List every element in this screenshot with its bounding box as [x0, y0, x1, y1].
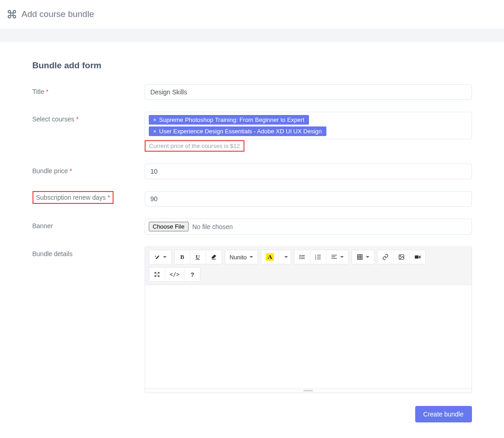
required-star: * — [108, 194, 110, 201]
svg-rect-4 — [301, 257, 305, 257]
code-view-button[interactable]: </> — [165, 268, 185, 281]
course-tag-label: User Experience Design Essentials - Adob… — [159, 128, 322, 135]
ordered-list-button[interactable]: 123 — [310, 250, 326, 264]
label-bundle-details: Bundle details — [33, 246, 145, 257]
magic-wand-button[interactable] — [149, 250, 171, 264]
label-select-courses: Select courses * — [33, 112, 145, 123]
svg-text:3: 3 — [315, 258, 316, 260]
renew-days-input[interactable] — [145, 191, 472, 207]
bold-button[interactable]: B — [175, 250, 190, 264]
row-select-courses: Select courses * × Supreme Photoshop Tra… — [33, 112, 472, 152]
rich-text-editor: B U Nunito A — [145, 246, 472, 393]
font-color-dropdown[interactable] — [279, 250, 291, 264]
courses-multiselect[interactable]: × Supreme Photoshop Training: From Begin… — [145, 112, 472, 139]
underline-button[interactable]: U — [190, 250, 206, 264]
label-banner: Banner — [33, 219, 145, 230]
row-bundle-price: Bundle price * — [33, 164, 472, 179]
form-container: Bundle add form Title * Select courses *… — [33, 42, 472, 432]
unordered-list-button[interactable] — [294, 250, 310, 264]
label-renew-days: Subscription renew days * — [33, 191, 145, 204]
remove-tag-icon[interactable]: × — [153, 117, 157, 123]
choose-file-button[interactable]: Choose File — [149, 222, 189, 231]
remove-tag-icon[interactable]: × — [153, 128, 157, 135]
svg-rect-15 — [358, 255, 363, 260]
help-button[interactable]: ? — [184, 268, 200, 281]
label-renew-days-text: Subscription renew days — [36, 194, 106, 201]
video-button[interactable] — [410, 250, 425, 264]
course-tag: × User Experience Design Essentials - Ad… — [149, 126, 327, 136]
create-bundle-button[interactable]: Create bundle — [415, 406, 472, 422]
svg-point-2 — [300, 258, 301, 259]
svg-rect-14 — [332, 258, 337, 258]
label-select-courses-text: Select courses — [33, 115, 75, 123]
required-star: * — [76, 115, 78, 123]
link-button[interactable] — [378, 250, 394, 264]
image-button[interactable] — [394, 250, 410, 264]
page-title: Add course bundle — [22, 9, 94, 19]
svg-rect-12 — [332, 255, 337, 255]
row-renew-days: Subscription renew days * — [33, 191, 472, 207]
bundle-price-input[interactable] — [145, 164, 472, 179]
command-icon — [7, 9, 17, 19]
svg-point-21 — [400, 256, 401, 257]
required-star: * — [70, 167, 72, 175]
paragraph-align-dropdown[interactable] — [326, 250, 348, 264]
svg-rect-10 — [317, 257, 321, 257]
editor-content-area[interactable] — [145, 285, 471, 388]
svg-rect-22 — [415, 256, 419, 259]
row-title: Title * — [33, 84, 472, 100]
font-family-dropdown[interactable]: Nunito — [225, 250, 258, 264]
label-title: Title * — [33, 84, 145, 95]
divider — [0, 28, 504, 42]
page-header: Add course bundle — [0, 0, 504, 28]
file-input-wrap: Choose File No file chosen — [145, 219, 472, 235]
editor-resize-handle[interactable] — [145, 388, 471, 393]
svg-rect-3 — [301, 255, 305, 256]
svg-point-1 — [300, 257, 301, 257]
font-color-button[interactable]: A — [261, 250, 279, 264]
svg-rect-9 — [317, 255, 321, 255]
fullscreen-button[interactable] — [149, 268, 165, 281]
label-title-text: Title — [33, 88, 44, 95]
course-tag-label: Supreme Photoshop Training: From Beginne… — [159, 116, 304, 123]
row-bundle-details: Bundle details B U — [33, 246, 472, 393]
course-tag: × Supreme Photoshop Training: From Begin… — [149, 115, 309, 125]
svg-rect-11 — [317, 259, 321, 259]
label-bundle-price: Bundle price * — [33, 164, 145, 175]
svg-marker-23 — [419, 256, 421, 259]
table-dropdown[interactable] — [352, 250, 374, 264]
svg-rect-13 — [332, 257, 336, 257]
form-actions: Create bundle — [33, 406, 472, 422]
eraser-button[interactable] — [206, 250, 222, 264]
svg-rect-5 — [301, 258, 305, 259]
price-hint: Current price of the courses is $12 — [145, 140, 245, 152]
required-star: * — [46, 88, 48, 95]
editor-toolbar: B U Nunito A — [145, 247, 471, 285]
svg-point-0 — [300, 255, 301, 256]
label-bundle-price-text: Bundle price — [33, 167, 68, 175]
form-heading: Bundle add form — [33, 60, 472, 71]
row-banner: Banner Choose File No file chosen — [33, 219, 472, 235]
title-input[interactable] — [145, 84, 472, 100]
file-status-text: No file chosen — [192, 223, 233, 230]
font-name-label: Nunito — [230, 254, 247, 261]
